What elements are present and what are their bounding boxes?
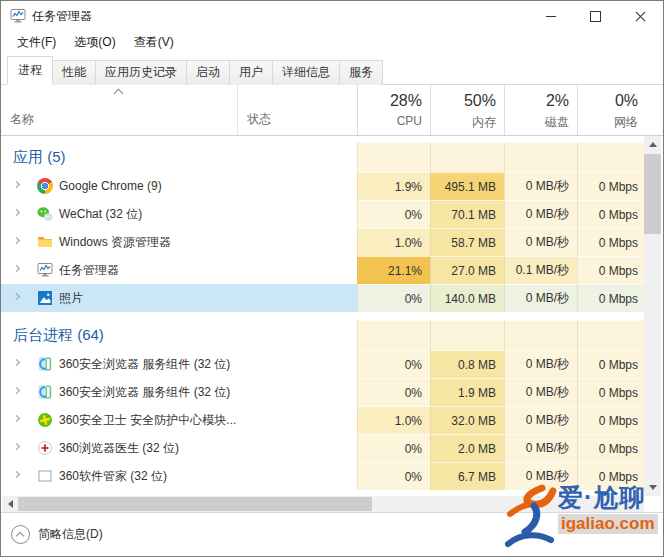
table-header: 名称 状态 28% CPU 50% 内存 2% 磁盘 0% 网络 xyxy=(1,85,663,136)
expand-chevron-icon[interactable] xyxy=(14,472,20,478)
menu-item-file[interactable]: 文件(F) xyxy=(9,32,64,53)
expand-chevron-icon[interactable] xyxy=(14,266,20,272)
scroll-up-button[interactable] xyxy=(644,136,661,153)
cpu-total-percent: 28% xyxy=(358,91,422,111)
net-usage-cell xyxy=(577,320,646,350)
cpu-usage-cell: 0% xyxy=(357,284,430,312)
net-usage-cell xyxy=(577,142,646,172)
process-row[interactable]: 360浏览器医生 (32 位)0%2.0 MB0 MB/秒0 Mbps xyxy=(1,434,646,462)
menu-item-options[interactable]: 选项(O) xyxy=(66,32,123,53)
disk-usage-cell xyxy=(504,142,577,172)
title-bar: 任务管理器 xyxy=(1,1,663,31)
column-header-status[interactable]: 状态 xyxy=(237,85,357,135)
disk-usage-cell: 0 MB/秒 xyxy=(504,434,577,462)
chrome-icon xyxy=(37,178,53,194)
window-title: 任务管理器 xyxy=(32,8,92,25)
net-usage-cell: 0 Mbps xyxy=(577,172,646,200)
process-row[interactable]: Google Chrome (9)1.9%495.1 MB0 MB/秒0 Mbp… xyxy=(1,172,646,200)
cpu-usage-cell: 0% xyxy=(357,462,430,490)
tab-startup[interactable]: 启动 xyxy=(186,60,230,85)
status-column-label: 状态 xyxy=(247,111,271,128)
tab-services[interactable]: 服务 xyxy=(339,60,383,85)
tab-users[interactable]: 用户 xyxy=(229,60,273,85)
cpu-usage-cell: 1.0% xyxy=(357,406,430,434)
column-header-disk[interactable]: 2% 磁盘 xyxy=(504,85,577,135)
doctor360-icon xyxy=(37,440,53,456)
close-button[interactable] xyxy=(618,1,663,31)
disk-usage-cell: 0 MB/秒 xyxy=(504,200,577,228)
net-usage-cell: 0 Mbps xyxy=(577,406,646,434)
group-header-row[interactable]: 后台进程 (64) xyxy=(1,320,646,350)
tab-processes[interactable]: 进程 xyxy=(7,56,53,85)
mem-usage-cell: 0.8 MB xyxy=(430,350,504,378)
disk-total-percent: 2% xyxy=(505,91,569,111)
chevron-up-circle-icon xyxy=(11,525,30,544)
cpu-column-label: CPU xyxy=(358,114,422,128)
mem-usage-cell: 70.1 MB xyxy=(430,200,504,228)
tab-performance[interactable]: 性能 xyxy=(52,60,96,85)
column-header-cpu[interactable]: 28% CPU xyxy=(357,85,430,135)
tab-details[interactable]: 详细信息 xyxy=(272,60,340,85)
scroll-left-button[interactable] xyxy=(2,496,18,512)
safe360-icon xyxy=(37,412,53,428)
expand-chevron-icon[interactable] xyxy=(14,294,20,300)
task-manager-window: 任务管理器 文件(F)选项(O)查看(V) 进程性能应用历史记录启动用户详细信息… xyxy=(0,0,664,557)
process-name-cell: 照片 xyxy=(1,284,237,312)
net-usage-cell: 0 Mbps xyxy=(577,228,646,256)
process-name: Windows 资源管理器 xyxy=(1,234,171,251)
browser360-icon xyxy=(37,356,53,372)
expand-chevron-icon[interactable] xyxy=(14,416,20,422)
process-row[interactable]: WeChat (32 位)0%70.1 MB0 MB/秒0 Mbps xyxy=(1,200,646,228)
explorer-icon xyxy=(37,234,53,250)
disk-usage-cell: 0 MB/秒 xyxy=(504,284,577,312)
expand-chevron-icon[interactable] xyxy=(14,444,20,450)
runner-logo-icon xyxy=(502,482,558,556)
process-name: 360软件管家 (32 位) xyxy=(1,468,167,485)
mem-usage-cell xyxy=(430,320,504,350)
status-cell xyxy=(237,406,357,434)
minimize-button[interactable] xyxy=(528,1,573,31)
minimize-icon xyxy=(546,16,556,17)
expand-chevron-icon[interactable] xyxy=(14,238,20,244)
expand-chevron-icon[interactable] xyxy=(14,182,20,188)
tab-app-history[interactable]: 应用历史记录 xyxy=(95,60,187,85)
process-row[interactable]: Windows 资源管理器1.0%58.7 MB0 MB/秒0 Mbps xyxy=(1,228,646,256)
mem-usage-cell: 27.0 MB xyxy=(430,256,504,284)
column-header-network[interactable]: 0% 网络 xyxy=(577,85,646,135)
expand-chevron-icon[interactable] xyxy=(14,360,20,366)
column-header-name[interactable]: 名称 xyxy=(1,85,237,135)
process-row[interactable]: 照片0%140.0 MB0 MB/秒0 Mbps xyxy=(1,284,646,312)
process-name-cell: 任务管理器 xyxy=(1,256,237,284)
group-header-row[interactable]: 应用 (5) xyxy=(1,142,646,172)
status-cell xyxy=(237,320,357,350)
process-row[interactable]: 任务管理器21.1%27.0 MB0.1 MB/秒0 Mbps xyxy=(1,256,646,284)
maximize-button[interactable] xyxy=(573,1,618,31)
vertical-scrollbar[interactable] xyxy=(644,136,661,496)
details-toggle-button[interactable]: 简略信息(D) xyxy=(11,525,103,544)
status-cell xyxy=(237,378,357,406)
wechat-icon xyxy=(37,206,53,222)
disk-usage-cell: 0 MB/秒 xyxy=(504,406,577,434)
manager360-icon xyxy=(37,468,53,484)
mem-usage-cell: 140.0 MB xyxy=(430,284,504,312)
process-row[interactable]: 360安全浏览器 服务组件 (32 位)0%0.8 MB0 MB/秒0 Mbps xyxy=(1,350,646,378)
process-row[interactable]: 360安全浏览器 服务组件 (32 位)0%1.9 MB0 MB/秒0 Mbps xyxy=(1,378,646,406)
net-usage-cell: 0 Mbps xyxy=(577,378,646,406)
mem-usage-cell: 495.1 MB xyxy=(430,172,504,200)
tab-strip: 进程性能应用历史记录启动用户详细信息服务 xyxy=(1,53,663,85)
column-header-memory[interactable]: 50% 内存 xyxy=(430,85,504,135)
expand-chevron-icon[interactable] xyxy=(14,210,20,216)
process-name-cell: 360安全卫士 安全防护中心模块... xyxy=(1,406,237,434)
vertical-scrollbar-thumb[interactable] xyxy=(644,154,661,234)
process-row[interactable]: 360安全卫士 安全防护中心模块...1.0%32.0 MB0 MB/秒0 Mb… xyxy=(1,406,646,434)
caption-buttons xyxy=(528,1,663,31)
status-cell xyxy=(237,200,357,228)
menu-item-view[interactable]: 查看(V) xyxy=(126,32,182,53)
horizontal-scrollbar-thumb[interactable] xyxy=(18,497,372,511)
mem-usage-cell: 6.7 MB xyxy=(430,462,504,490)
details-toggle-label: 简略信息(D) xyxy=(38,526,103,543)
status-cell xyxy=(237,228,357,256)
process-name-cell: WeChat (32 位) xyxy=(1,200,237,228)
net-usage-cell: 0 Mbps xyxy=(577,434,646,462)
expand-chevron-icon[interactable] xyxy=(14,388,20,394)
